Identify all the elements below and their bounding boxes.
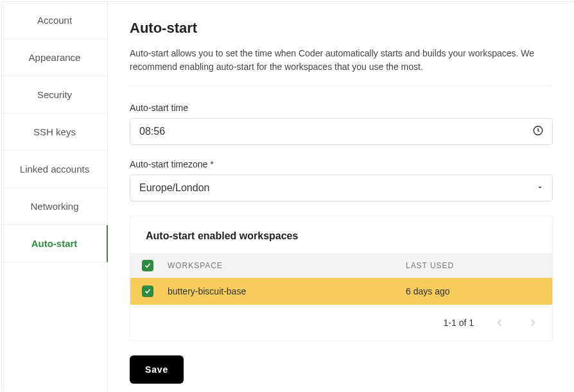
- sidebar-item-label: SSH keys: [33, 126, 76, 137]
- select-all-checkbox[interactable]: [142, 260, 153, 271]
- timezone-label: Auto-start timezone *: [130, 159, 553, 169]
- table-title: Auto-start enabled workspaces: [130, 216, 552, 253]
- table-row[interactable]: buttery-biscuit-base 6 days ago: [130, 278, 552, 305]
- sidebar-item-ssh-keys[interactable]: SSH keys: [2, 114, 107, 151]
- sidebar: Account Appearance Security SSH keys Lin…: [2, 2, 108, 392]
- col-header-workspace: WORKSPACE: [168, 261, 406, 270]
- sidebar-item-label: Linked accounts: [20, 164, 89, 175]
- page-description: Auto-start allows you to set the time wh…: [130, 47, 553, 74]
- pagination-label: 1-1 of 1: [444, 318, 474, 328]
- sidebar-item-linked-accounts[interactable]: Linked accounts: [2, 151, 107, 188]
- cell-workspace: buttery-biscuit-base: [168, 286, 406, 296]
- sidebar-item-label: Auto-start: [31, 238, 78, 249]
- workspaces-table: Auto-start enabled workspaces WORKSPACE …: [130, 216, 553, 341]
- time-label: Auto-start time: [130, 103, 553, 113]
- main-content: Auto-start Auto-start allows you to set …: [108, 2, 574, 392]
- sidebar-item-label: Security: [37, 89, 72, 100]
- save-button[interactable]: Save: [130, 355, 184, 384]
- sidebar-item-label: Account: [37, 15, 72, 26]
- sidebar-item-account[interactable]: Account: [2, 2, 107, 39]
- table-footer: 1-1 of 1: [130, 305, 552, 341]
- sidebar-item-security[interactable]: Security: [2, 76, 107, 114]
- cell-last-used: 6 days ago: [406, 286, 541, 296]
- table-header-row: WORKSPACE LAST USED: [130, 253, 552, 278]
- next-page-button[interactable]: [525, 315, 541, 330]
- sidebar-item-label: Networking: [30, 201, 78, 212]
- sidebar-item-auto-start[interactable]: Auto-start: [2, 225, 108, 262]
- page-title: Auto-start: [130, 20, 553, 37]
- sidebar-item-networking[interactable]: Networking: [2, 188, 107, 225]
- row-checkbox[interactable]: [142, 285, 153, 297]
- prev-page-button[interactable]: [492, 315, 507, 330]
- col-header-last-used: LAST USED: [406, 261, 541, 270]
- divider: [130, 85, 553, 86]
- auto-start-timezone-select[interactable]: [130, 175, 553, 201]
- sidebar-item-label: Appearance: [29, 52, 81, 63]
- sidebar-item-appearance[interactable]: Appearance: [2, 39, 107, 76]
- auto-start-time-input[interactable]: [130, 118, 553, 145]
